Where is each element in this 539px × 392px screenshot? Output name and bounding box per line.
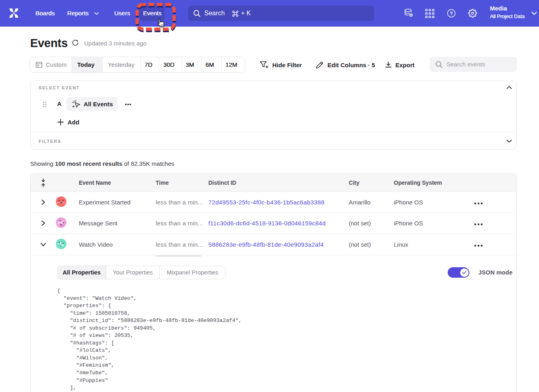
- svg-text:?: ?: [450, 11, 453, 17]
